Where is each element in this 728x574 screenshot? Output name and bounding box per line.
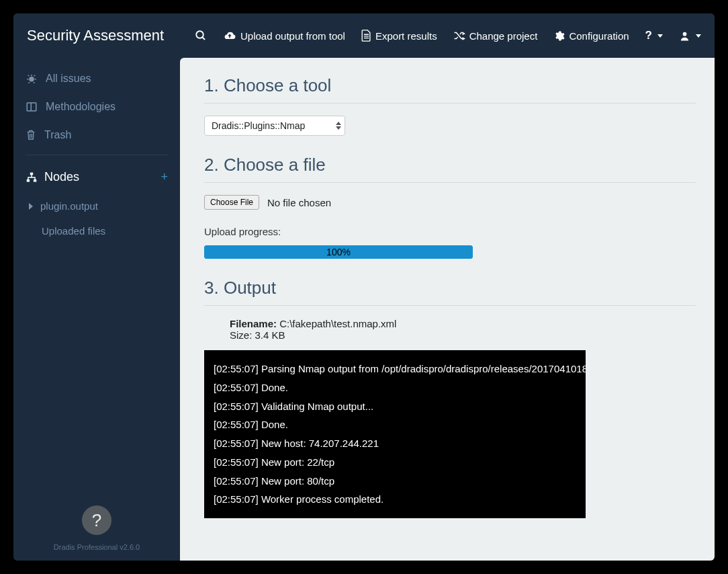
bug-icon: [26, 73, 38, 85]
sidebar-node-plugin-output[interactable]: plugin.output: [13, 194, 180, 218]
console-line: [02:55:07] New host: 74.207.244.221: [214, 434, 576, 453]
file-info: Filename: C:\fakepath\test.nmap.xml Size…: [204, 318, 696, 341]
console-line: [02:55:07] Parsing Nmap output from /opt…: [214, 360, 576, 378]
caret-right-icon: [28, 203, 34, 210]
sidebar-footer: ? Dradis Professional v2.6.0: [13, 505, 180, 561]
sidebar-node-uploaded-files[interactable]: Uploaded files: [13, 218, 180, 243]
sidebar-nodes-header: Nodes +: [13, 161, 180, 194]
svg-rect-11: [34, 179, 36, 181]
tool-select[interactable]: Dradis::Plugins::Nmap: [204, 116, 345, 136]
file-icon: [361, 30, 371, 42]
app-window: Security Assessment Upload output from t…: [13, 13, 715, 561]
topbar-actions: Upload output from tool Export results C…: [195, 29, 701, 42]
upload-progress-label: Upload progress:: [204, 226, 696, 237]
svg-point-0: [196, 31, 203, 38]
nodes-label: Nodes: [44, 170, 79, 184]
console-line: [02:55:07] Done.: [214, 415, 576, 434]
help-menu[interactable]: ?: [645, 29, 663, 42]
sidebar-item-trash[interactable]: Trash: [13, 121, 180, 149]
caret-down-icon: [696, 34, 701, 38]
select-caret-icon: [336, 122, 341, 130]
sidebar-item-label: Trash: [44, 129, 71, 141]
size-label: Size:: [230, 329, 255, 341]
console-line: [02:55:07] Worker process completed.: [214, 490, 576, 509]
sidebar-item-all-issues[interactable]: All issues: [13, 65, 180, 93]
question-icon: ?: [645, 29, 652, 42]
console-output: [02:55:07] Parsing Nmap output from /opt…: [204, 350, 586, 518]
divider: [204, 305, 696, 306]
main-content: 1. Choose a tool Dradis::Plugins::Nmap 2…: [180, 58, 715, 561]
divider: [204, 103, 696, 104]
shuffle-icon: [453, 30, 465, 41]
search-icon: [195, 30, 207, 42]
divider: [26, 155, 168, 155]
configuration-button[interactable]: Configuration: [553, 30, 629, 42]
change-project-label: Change project: [469, 30, 538, 42]
user-icon: [679, 30, 690, 42]
gear-icon: [553, 30, 565, 42]
upload-output-button[interactable]: Upload output from tool: [223, 30, 345, 42]
add-node-button[interactable]: +: [161, 170, 168, 184]
footer-version: Dradis Professional v2.6.0: [13, 535, 180, 561]
caret-down-icon: [657, 34, 663, 38]
configuration-label: Configuration: [569, 30, 629, 42]
svg-point-5: [683, 32, 687, 36]
sitemap-icon: [26, 172, 38, 183]
user-menu[interactable]: [679, 30, 701, 42]
console-line: [02:55:07] New port: 22/tcp: [214, 453, 576, 472]
divider: [204, 182, 696, 183]
sidebar-item-label: Methodologies: [46, 101, 116, 113]
sidebar-item-methodologies[interactable]: Methodologies: [13, 93, 180, 121]
file-input-row: Choose File No file chosen: [204, 195, 696, 210]
node-label: Uploaded files: [42, 225, 105, 237]
step1-title: 1. Choose a tool: [204, 75, 696, 96]
svg-line-1: [202, 37, 205, 40]
svg-rect-10: [27, 179, 30, 181]
sidebar-item-label: All issues: [46, 73, 91, 85]
search-button[interactable]: [195, 30, 207, 42]
brand-title: Security Assessment: [27, 27, 164, 44]
step3-title: 3. Output: [204, 278, 696, 298]
filename-value: C:\fakepath\test.nmap.xml: [279, 318, 396, 329]
step2-title: 2. Choose a file: [204, 155, 696, 175]
help-bubble-button[interactable]: ?: [82, 505, 111, 535]
export-results-button[interactable]: Export results: [361, 30, 437, 42]
svg-rect-9: [30, 172, 33, 175]
filename-label: Filename:: [230, 318, 279, 329]
choose-file-button[interactable]: Choose File: [204, 195, 259, 210]
topbar: Security Assessment Upload output from t…: [13, 13, 715, 58]
sidebar: All issues Methodologies Trash: [13, 58, 180, 561]
export-results-label: Export results: [375, 30, 437, 42]
columns-icon: [26, 101, 38, 113]
body: All issues Methodologies Trash: [13, 58, 715, 561]
trash-icon: [26, 129, 36, 141]
console-line: [02:55:07] Validating Nmap output...: [214, 397, 576, 416]
size-value: 3.4 KB: [255, 329, 285, 341]
console-line: [02:55:07] New port: 80/tcp: [214, 472, 576, 491]
progress-text: 100%: [326, 247, 351, 257]
change-project-button[interactable]: Change project: [453, 30, 538, 42]
question-icon: ?: [92, 510, 101, 531]
console-line: [02:55:07] Done.: [214, 378, 576, 397]
tool-select-value: Dradis::Plugins::Nmap: [212, 120, 305, 131]
node-label: plugin.output: [40, 200, 98, 212]
no-file-label: No file chosen: [267, 197, 331, 208]
cloud-upload-icon: [223, 30, 236, 41]
progress-bar: 100%: [204, 245, 473, 259]
upload-output-label: Upload output from tool: [240, 30, 345, 42]
svg-point-6: [29, 77, 34, 82]
